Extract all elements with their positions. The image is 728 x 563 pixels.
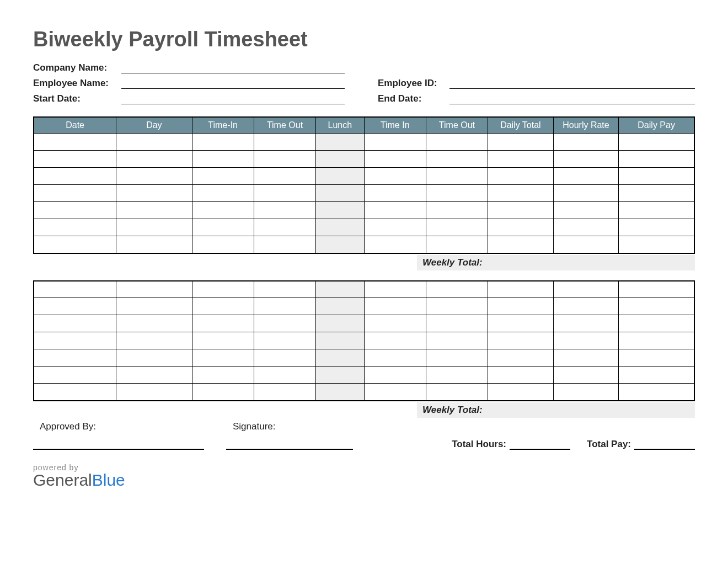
week1-cell[interactable] bbox=[34, 134, 116, 151]
week2-cell[interactable] bbox=[316, 384, 364, 401]
week1-cell[interactable] bbox=[619, 185, 694, 202]
week1-cell[interactable] bbox=[192, 134, 254, 151]
week1-cell[interactable] bbox=[488, 185, 554, 202]
week1-cell[interactable] bbox=[364, 219, 426, 236]
week2-cell[interactable] bbox=[116, 315, 192, 332]
week2-cell[interactable] bbox=[192, 332, 254, 349]
week1-cell[interactable] bbox=[192, 168, 254, 185]
employee-id-input[interactable] bbox=[449, 77, 695, 89]
week1-cell[interactable] bbox=[553, 236, 619, 253]
week1-cell[interactable] bbox=[619, 202, 694, 219]
week2-cell[interactable] bbox=[553, 349, 619, 367]
week2-cell[interactable] bbox=[116, 367, 192, 384]
week1-cell[interactable] bbox=[254, 202, 315, 219]
week1-cell[interactable] bbox=[254, 168, 315, 185]
week2-cell[interactable] bbox=[34, 315, 116, 332]
week1-cell[interactable] bbox=[619, 236, 694, 253]
week1-cell[interactable] bbox=[364, 134, 426, 151]
approved-by-input[interactable] bbox=[33, 435, 204, 450]
week1-cell[interactable] bbox=[426, 236, 488, 253]
week2-cell[interactable] bbox=[488, 367, 554, 384]
week2-cell[interactable] bbox=[254, 332, 315, 349]
week1-cell[interactable] bbox=[426, 202, 488, 219]
week2-cell[interactable] bbox=[316, 298, 364, 315]
week2-cell[interactable] bbox=[116, 281, 192, 298]
week1-cell[interactable] bbox=[364, 168, 426, 185]
week1-cell[interactable] bbox=[426, 151, 488, 168]
week1-cell[interactable] bbox=[316, 134, 364, 151]
week1-cell[interactable] bbox=[553, 168, 619, 185]
week1-cell[interactable] bbox=[316, 236, 364, 253]
week1-cell[interactable] bbox=[316, 219, 364, 236]
week2-cell[interactable] bbox=[116, 384, 192, 401]
week1-cell[interactable] bbox=[192, 202, 254, 219]
week2-cell[interactable] bbox=[34, 349, 116, 367]
week2-cell[interactable] bbox=[488, 349, 554, 367]
week2-cell[interactable] bbox=[488, 281, 554, 298]
week1-cell[interactable] bbox=[553, 151, 619, 168]
week1-cell[interactable] bbox=[254, 151, 315, 168]
week1-cell[interactable] bbox=[254, 219, 315, 236]
week2-cell[interactable] bbox=[116, 298, 192, 315]
week2-cell[interactable] bbox=[488, 332, 554, 349]
week2-cell[interactable] bbox=[619, 384, 694, 401]
week2-cell[interactable] bbox=[426, 349, 488, 367]
signature-input[interactable] bbox=[226, 435, 353, 450]
week2-cell[interactable] bbox=[553, 332, 619, 349]
week1-cell[interactable] bbox=[364, 236, 426, 253]
week2-cell[interactable] bbox=[426, 315, 488, 332]
week2-cell[interactable] bbox=[254, 281, 315, 298]
week2-cell[interactable] bbox=[619, 315, 694, 332]
company-name-input[interactable] bbox=[121, 61, 345, 73]
week1-cell[interactable] bbox=[254, 236, 315, 253]
week2-cell[interactable] bbox=[553, 315, 619, 332]
week1-cell[interactable] bbox=[192, 185, 254, 202]
week2-cell[interactable] bbox=[488, 384, 554, 401]
week2-cell[interactable] bbox=[426, 281, 488, 298]
week1-cell[interactable] bbox=[619, 168, 694, 185]
week1-cell[interactable] bbox=[316, 202, 364, 219]
week2-cell[interactable] bbox=[488, 298, 554, 315]
week2-cell[interactable] bbox=[316, 367, 364, 384]
week1-cell[interactable] bbox=[192, 151, 254, 168]
week1-cell[interactable] bbox=[116, 202, 192, 219]
week1-cell[interactable] bbox=[553, 185, 619, 202]
employee-name-input[interactable] bbox=[121, 77, 345, 89]
week2-cell[interactable] bbox=[192, 315, 254, 332]
week2-cell[interactable] bbox=[192, 298, 254, 315]
week1-cell[interactable] bbox=[116, 219, 192, 236]
week2-cell[interactable] bbox=[316, 349, 364, 367]
week2-cell[interactable] bbox=[553, 281, 619, 298]
week1-cell[interactable] bbox=[488, 168, 554, 185]
week1-cell[interactable] bbox=[364, 151, 426, 168]
week1-cell[interactable] bbox=[254, 134, 315, 151]
week2-cell[interactable] bbox=[426, 298, 488, 315]
week1-cell[interactable] bbox=[364, 202, 426, 219]
week2-cell[interactable] bbox=[116, 332, 192, 349]
week1-cell[interactable] bbox=[316, 168, 364, 185]
week2-cell[interactable] bbox=[426, 384, 488, 401]
week1-cell[interactable] bbox=[426, 168, 488, 185]
week2-cell[interactable] bbox=[254, 315, 315, 332]
week1-cell[interactable] bbox=[619, 151, 694, 168]
week1-cell[interactable] bbox=[34, 151, 116, 168]
week2-cell[interactable] bbox=[619, 281, 694, 298]
week2-cell[interactable] bbox=[426, 332, 488, 349]
week1-cell[interactable] bbox=[254, 185, 315, 202]
week1-cell[interactable] bbox=[34, 219, 116, 236]
week2-cell[interactable] bbox=[619, 298, 694, 315]
week1-cell[interactable] bbox=[34, 185, 116, 202]
week2-cell[interactable] bbox=[34, 384, 116, 401]
week1-cell[interactable] bbox=[316, 185, 364, 202]
week1-cell[interactable] bbox=[116, 151, 192, 168]
week1-cell[interactable] bbox=[192, 236, 254, 253]
week2-cell[interactable] bbox=[619, 332, 694, 349]
week2-cell[interactable] bbox=[488, 315, 554, 332]
week1-cell[interactable] bbox=[116, 236, 192, 253]
week1-cell[interactable] bbox=[34, 168, 116, 185]
week1-cell[interactable] bbox=[619, 134, 694, 151]
week1-cell[interactable] bbox=[316, 151, 364, 168]
week2-cell[interactable] bbox=[316, 332, 364, 349]
week1-cell[interactable] bbox=[426, 219, 488, 236]
week1-cell[interactable] bbox=[116, 185, 192, 202]
